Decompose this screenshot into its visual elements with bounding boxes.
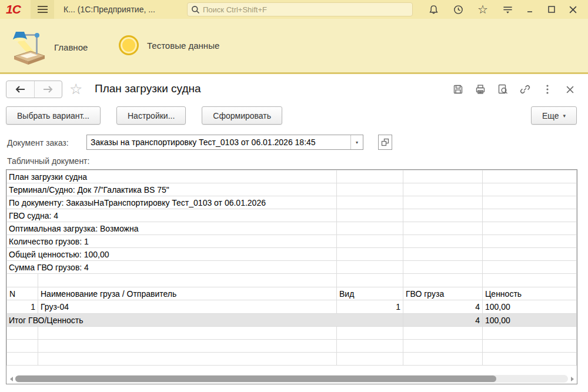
more-button[interactable]: Еще ▾ <box>531 106 577 125</box>
service-menu-icon[interactable] <box>495 0 520 19</box>
save-icon[interactable] <box>452 83 465 96</box>
scrollbar-track[interactable] <box>15 375 568 383</box>
generate-button[interactable]: Сформировать <box>202 106 282 125</box>
report-info-row: По документу: ЗаказыНаТранспортировку Те… <box>7 196 577 209</box>
document-input[interactable] <box>87 135 350 149</box>
scroll-right-icon[interactable] <box>568 374 576 383</box>
report-info-row: Сумма ГВО грузов: 4 <box>7 261 577 274</box>
section-test-data[interactable]: Тестовые данные <box>119 35 219 55</box>
report-info-row: ГВО судна: 4 <box>7 209 577 222</box>
col-header-name: Наименование груза / Отправитель <box>38 287 337 300</box>
col-header-n: N <box>7 287 38 300</box>
forward-arrow-icon <box>43 86 54 93</box>
spreadsheet-label: Табличный документ: <box>7 156 89 166</box>
history-icon[interactable] <box>446 0 470 19</box>
sections-panel: Главное Тестовые данные <box>0 19 588 74</box>
search-icon <box>191 5 200 14</box>
cell-n: 1 <box>7 300 38 314</box>
section-main[interactable]: Главное <box>9 29 88 65</box>
report-empty-row <box>7 340 577 353</box>
maximize-button[interactable] <box>541 0 562 19</box>
section-test-data-label: Тестовые данные <box>147 41 219 51</box>
cell-gvo: 4 <box>403 300 483 314</box>
command-bar: Выбрать вариант... Настройки... Сформиро… <box>6 106 282 125</box>
spreadsheet-document[interactable]: План загрузки судна Терминал/Судно: Док … <box>6 169 577 384</box>
page-title: План загрузки судна <box>95 82 201 95</box>
coin-icon <box>119 35 139 55</box>
report-header-row: N Наименование груза / Отправитель Вид Г… <box>7 287 577 300</box>
hamburger-icon <box>38 6 48 7</box>
col-header-value: Ценность <box>483 287 577 300</box>
report-info-row: Количество грузов: 1 <box>7 235 577 248</box>
report-empty-row <box>7 327 577 340</box>
global-search[interactable] <box>187 2 413 16</box>
chevron-down-icon: ▾ <box>563 113 566 119</box>
document-field: ▾ <box>86 135 363 150</box>
back-arrow-icon <box>15 86 25 93</box>
total-label: Итог ГВО/Ценность <box>7 314 403 327</box>
report-info-row: Терминал/Судно: Док 7/"Галактика BS 75" <box>7 183 577 196</box>
select-variant-button[interactable]: Выбрать вариант... <box>6 106 101 125</box>
horizontal-scrollbar[interactable] <box>7 374 576 383</box>
report-info-row: Оптимальная загрузка: Возможна <box>7 222 577 235</box>
report-empty-row <box>7 353 577 366</box>
cell-name: Груз-04 <box>38 300 337 314</box>
preview-icon[interactable] <box>496 83 509 96</box>
section-main-label: Главное <box>54 42 88 52</box>
settings-button[interactable]: Настройки... <box>116 106 186 125</box>
minimize-button[interactable] <box>520 0 541 19</box>
search-input[interactable] <box>203 5 409 14</box>
notifications-bell-icon[interactable] <box>421 0 446 19</box>
desk-lamp-icon <box>9 29 46 65</box>
close-form-icon[interactable] <box>563 83 576 96</box>
1c-logo: 1С <box>6 2 31 16</box>
more-actions-kebab-icon[interactable] <box>541 83 554 96</box>
report-info-row: План загрузки судна <box>7 170 577 183</box>
report-total-row[interactable]: Итог ГВО/Ценность 4 100,00 <box>7 314 577 327</box>
close-window-button[interactable] <box>562 0 583 19</box>
main-menu-button[interactable] <box>31 0 54 19</box>
application-window: 1С К... (1С:Предприятие, ... <box>0 0 588 392</box>
report-data-row[interactable]: 1 Груз-04 1 4 100,00 <box>7 300 577 314</box>
cell-type: 1 <box>337 300 403 314</box>
col-header-gvo: ГВО груза <box>403 287 483 300</box>
print-icon[interactable] <box>474 83 487 96</box>
window-titlebar: 1С К... (1С:Предприятие, ... <box>0 0 588 19</box>
report-empty-row <box>7 274 577 287</box>
history-nav-group <box>6 81 62 98</box>
document-field-label: Документ заказ: <box>7 138 69 148</box>
total-gvo: 4 <box>403 314 483 327</box>
open-document-icon <box>380 138 390 147</box>
document-dropdown-button[interactable]: ▾ <box>350 135 363 149</box>
document-open-button[interactable] <box>378 135 392 150</box>
get-link-icon[interactable] <box>519 83 532 96</box>
forward-button[interactable] <box>35 81 62 98</box>
form-toolbar-icons <box>452 83 576 96</box>
total-value: 100,00 <box>483 314 577 327</box>
report-table: План загрузки судна Терминал/Судно: Док … <box>6 170 577 366</box>
col-header-type: Вид <box>337 287 403 300</box>
add-to-favorites-star[interactable]: ☆ <box>69 80 82 98</box>
window-title: К... (1С:Предприятие, ... <box>64 5 155 14</box>
report-info-row: Общей ценностью: 100,00 <box>7 248 577 261</box>
titlebar-icons: ☆ <box>421 0 583 19</box>
cell-value: 100,00 <box>483 300 577 314</box>
scroll-left-icon[interactable] <box>7 374 15 383</box>
favorites-star-icon[interactable]: ☆ <box>470 0 495 19</box>
scrollbar-thumb[interactable] <box>15 376 496 382</box>
back-button[interactable] <box>6 81 35 98</box>
